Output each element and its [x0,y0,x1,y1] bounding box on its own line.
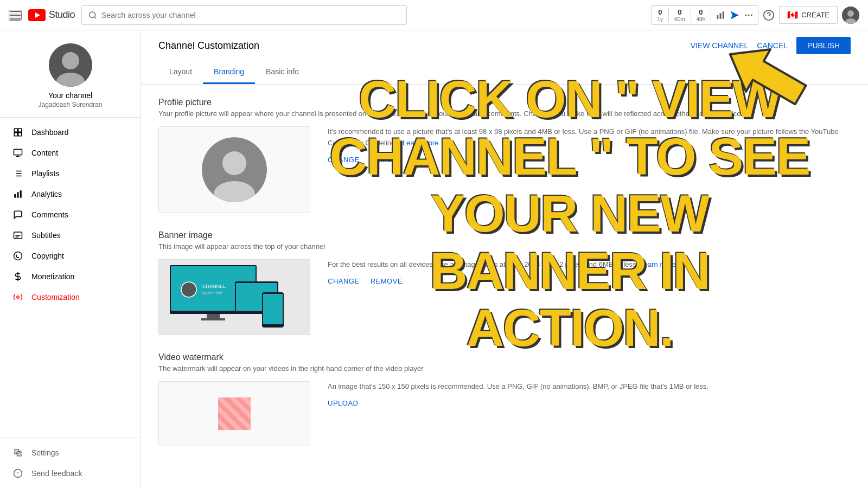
profile-picture-infotext: It's recommended to use a picture that's… [328,126,851,149]
stat-48h-label: 48h [697,16,706,22]
create-button[interactable]: 🇨🇦 CREATE [779,6,838,24]
stat-48h: 0 48h [691,8,712,22]
svg-point-10 [751,14,752,16]
channel-info: Your channel Jagadeash Surendran [0,30,141,118]
stat-60m-value: 0 [678,8,681,16]
watermark-upload-button[interactable]: UPLOAD [328,399,358,407]
watermark-content: An image that's 150 x 150 pixels is reco… [158,381,851,446]
profile-learn-more-link[interactable]: Learn more [403,139,438,147]
sidebar-label-copyright: Copyright [31,252,64,260]
menu-dots-icon[interactable] [744,10,754,20]
profile-picture-circle [202,137,267,202]
svg-point-14 [847,10,854,17]
sidebar-item-comments[interactable]: Comments [0,204,141,225]
profile-picture-actions: CHANGE REMOVE [328,156,851,164]
channel-avatar [49,43,92,87]
feedback-icon [13,468,23,478]
sidebar-item-playlists[interactable]: Playlists [0,163,141,184]
svg-rect-51 [207,314,220,318]
banner-infotext: For the best results on all devices, use… [328,259,851,271]
tab-layout[interactable]: Layout [158,61,203,84]
svg-text:CHANNEL: CHANNEL [202,284,226,289]
banner-remove-button[interactable]: REMOVE [371,277,403,285]
profile-picture-preview [158,126,310,213]
svg-point-38 [14,252,22,260]
sidebar-item-monetization[interactable]: Monetization [0,266,141,287]
menu-button[interactable] [9,10,22,21]
banner-learn-more-link[interactable]: Learn more [640,260,676,268]
nav-right: 0 1y 0 60m 0 48h [652,5,859,25]
svg-point-41 [17,452,20,454]
youtube-logo-icon [28,9,46,21]
dashboard-icon [13,127,23,137]
banner-image-section: Banner image This image will appear acro… [158,230,851,335]
nav-items: Dashboard Content Playlists Analytics [0,118,141,438]
svg-rect-52 [201,318,225,320]
svg-line-3 [94,17,96,18]
svg-rect-5 [720,13,722,19]
svg-rect-19 [14,129,17,132]
stat-48h-value: 0 [699,8,703,16]
svg-text:tagline here: tagline here [202,291,222,295]
svg-point-40 [17,296,20,299]
stat-1y-value: 0 [658,8,662,16]
svg-rect-20 [18,129,22,132]
tab-branding[interactable]: Branding [203,61,255,84]
page-title: Channel Customization [158,40,259,52]
playlists-icon [13,169,23,178]
view-channel-button[interactable]: VIEW CHANNEL [691,41,749,50]
sidebar-item-subtitles[interactable]: Subtitles [0,225,141,246]
sidebar-item-copyright[interactable]: Copyright [0,246,141,266]
avatar[interactable] [842,7,859,24]
content-body: Profile picture Your profile picture wil… [141,85,868,488]
sidebar-item-customization[interactable]: Customization [0,287,141,307]
svg-point-2 [90,12,95,18]
profile-change-button[interactable]: CHANGE [328,156,360,164]
settings-icon [13,448,23,458]
top-navigation: Studio 0 1y 0 60m 0 48h [0,0,868,30]
tab-actions: VIEW CHANNEL CANCEL PUBLISH [691,37,851,59]
watermark-info: An image that's 150 x 150 pixels is reco… [328,381,851,407]
stat-1y: 0 1y [652,8,669,22]
sidebar-label-content: Content [31,149,58,157]
studio-label: Studio [49,9,75,21]
sidebar-label-playlists: Playlists [31,169,59,178]
profile-picture-info: It's recommended to use a picture that's… [328,126,851,164]
help-icon[interactable] [763,9,775,21]
svg-rect-22 [18,133,22,136]
profile-picture-desc: Your profile picture will appear where y… [158,110,851,118]
svg-rect-56 [263,294,283,324]
banner-info: For the best results on all devices, use… [328,259,851,285]
sidebar-label-monetization: Monetization [31,272,74,281]
profile-picture-content: It's recommended to use a picture that's… [158,126,851,213]
svg-point-46 [222,151,246,175]
profile-picture-title: Profile picture [158,98,851,107]
sidebar-item-analytics[interactable]: Analytics [0,184,141,204]
sidebar: Your channel Jagadeash Surendran Dashboa… [0,30,141,488]
sidebar-item-feedback[interactable]: Send feedback [0,463,141,484]
profile-remove-button[interactable]: REMOVE [371,156,403,164]
sidebar-label-analytics: Analytics [31,190,62,198]
search-input[interactable] [101,11,400,20]
sidebar-item-dashboard[interactable]: Dashboard [0,122,141,143]
cancel-button[interactable]: CANCEL [757,41,788,50]
stat-60m-label: 60m [674,16,685,22]
bar-chart-icon[interactable] [716,10,725,20]
tabs: Layout Branding Basic info [158,61,851,84]
watermark-title: Video watermark [158,352,851,362]
sidebar-item-content[interactable]: Content [0,143,141,163]
flag-icon[interactable] [730,10,739,20]
watermark-pattern [218,397,251,430]
svg-marker-7 [731,12,738,18]
sidebar-item-settings[interactable]: Settings [0,442,141,463]
content-area: Channel Customization VIEW CHANNEL CANCE… [141,30,868,488]
tab-basicinfo[interactable]: Basic info [255,61,310,84]
content-icon [13,148,23,158]
banner-change-button[interactable]: CHANGE [328,277,360,285]
profile-picture-section: Profile picture Your profile picture wil… [158,98,851,213]
sidebar-bottom: Settings Send feedback [0,438,141,488]
sidebar-label-feedback: Send feedback [31,469,82,478]
publish-button[interactable]: PUBLISH [796,37,851,54]
copyright-icon [13,251,23,261]
logo[interactable]: Studio [28,9,75,21]
